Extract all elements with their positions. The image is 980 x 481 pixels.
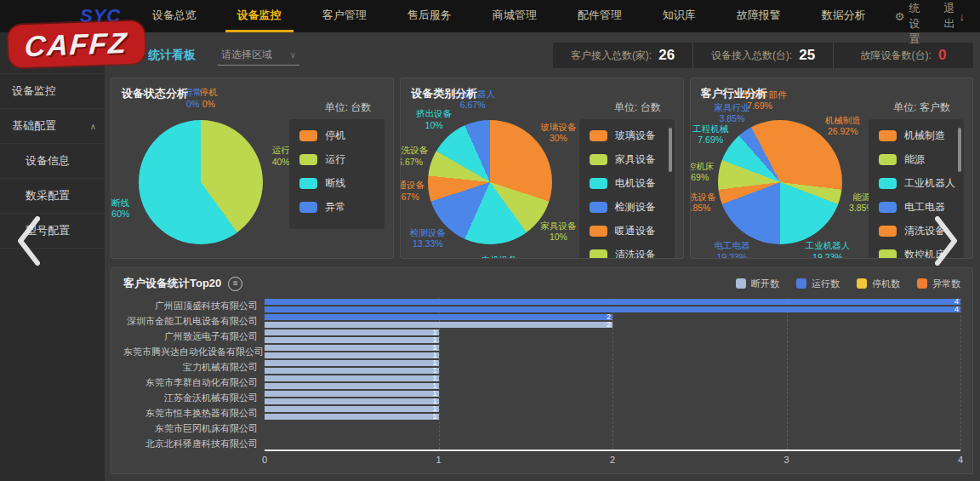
pie-slice-percent: 6.67% — [400, 156, 428, 167]
sidebar-item-label: 设备信息 — [26, 153, 70, 169]
bar-row-label: 东莞市恒丰换热器有限公司 — [123, 405, 265, 421]
bar[interactable]: 1 — [265, 391, 439, 397]
sidebar-item-label: 基础配置 — [12, 118, 56, 134]
pie-slice-label: 工程机械7.69% — [692, 123, 728, 146]
legend-item[interactable]: 检测设备 — [590, 200, 664, 215]
carousel-prev-button[interactable] — [14, 215, 44, 271]
pie-slice-name: 暖通设备 — [400, 180, 424, 191]
nav-item[interactable]: 设备总览 — [140, 0, 208, 32]
legend-swatch — [299, 178, 317, 189]
legend-item[interactable]: 断线 — [299, 176, 374, 191]
logout-button[interactable]: 退出 ↓ — [944, 1, 966, 31]
pie-chart[interactable] — [139, 120, 263, 244]
nav-item[interactable]: 商城管理 — [481, 0, 549, 32]
bar[interactable]: 1 — [265, 414, 439, 420]
bar[interactable]: 1 — [265, 383, 439, 389]
legend-item[interactable]: 能源 — [879, 152, 954, 167]
bar-legend-item[interactable]: 异常数 — [917, 278, 960, 290]
bar-row — [265, 421, 960, 436]
legend-swatch — [879, 178, 897, 189]
pie-slice-percent: 7.69% — [690, 172, 715, 183]
bar[interactable]: 2 — [265, 314, 612, 320]
sidebar-item[interactable]: 设备信息 — [0, 144, 105, 179]
pie-slice-percent: 26.92% — [825, 126, 861, 137]
legend-item[interactable]: 运行 — [299, 152, 374, 167]
bar[interactable]: 1 — [265, 329, 439, 335]
legend-swatch — [299, 154, 317, 165]
legend-item[interactable]: 家具设备 — [590, 152, 664, 167]
legend-item[interactable]: 机械制造 — [879, 129, 954, 143]
bar-legend-item[interactable]: 运行数 — [796, 278, 840, 290]
bar[interactable]: 4 — [265, 299, 960, 305]
nav-item[interactable]: 故障报警 — [725, 0, 793, 32]
bar-legend-label: 异常数 — [932, 278, 960, 290]
bar[interactable]: 1 — [265, 352, 439, 358]
pie-chart[interactable] — [718, 120, 842, 244]
bar[interactable]: 1 — [265, 345, 439, 351]
bar-row: 44 — [265, 298, 960, 313]
pie-slice-label: 电机设备16.66% — [481, 255, 517, 259]
bar[interactable]: 1 — [265, 398, 439, 404]
pie-slice-name: 家具设备 — [540, 220, 576, 232]
pie-slice-name: 工业机器人 — [806, 240, 851, 251]
bar[interactable]: 1 — [265, 406, 439, 412]
bar-legend-label: 停机数 — [872, 278, 900, 290]
bar[interactable]: 1 — [265, 368, 439, 374]
logout-arrow-icon: ↓ — [960, 10, 966, 23]
region-select-placeholder: 请选择区域 — [221, 48, 272, 62]
bar-legend-item[interactable]: 停机数 — [857, 278, 900, 290]
list-icon[interactable]: ≡ — [228, 277, 242, 291]
sidebar-item[interactable]: 基础配置∧ — [0, 109, 105, 144]
legend-item[interactable]: 电工电器 — [879, 200, 954, 215]
top-nav: SYC 设备总览设备监控客户管理售后服务商城管理配件管理知识库故障报警数据分析 … — [0, 0, 980, 32]
pie-slice-percent: 40% — [272, 156, 290, 167]
bar[interactable]: 1 — [265, 337, 439, 343]
pie-slice-label: 挤出设备10% — [416, 108, 452, 130]
legend-item[interactable]: 暖通设备 — [590, 224, 664, 238]
legend-label: 电工电器 — [904, 200, 945, 215]
chevron-up-icon: ∧ — [90, 122, 96, 131]
nav-item[interactable]: 设备监控 — [225, 0, 293, 32]
nav-item[interactable]: 数据分析 — [810, 0, 878, 32]
pie-slice-name: 玻璃设备 — [540, 122, 576, 133]
region-select[interactable]: 请选择区域 ∨ — [218, 45, 299, 66]
nav-item[interactable]: 知识库 — [651, 0, 708, 32]
bar-legend-item[interactable]: 断开数 — [736, 278, 779, 290]
legend-item[interactable]: 工业机器人 — [879, 176, 954, 191]
bar-x-axis: 01234 — [265, 451, 960, 467]
carousel-next-button[interactable] — [931, 215, 961, 271]
legend-item[interactable]: 电机设备 — [590, 176, 664, 191]
pie-slice-percent: 19.23% — [714, 251, 749, 259]
legend-scrollbar[interactable] — [958, 128, 961, 172]
legend-swatch — [590, 202, 607, 213]
logout-label: 退出 — [944, 1, 955, 31]
pie-chart[interactable] — [428, 120, 552, 244]
legend-scrollbar[interactable] — [669, 128, 672, 172]
bar[interactable]: 2 — [265, 322, 612, 328]
unit-label: 单位: 台数 — [614, 100, 661, 115]
pie-slice-name: 电工电器 — [714, 240, 749, 251]
sidebar-item[interactable]: 设备监控 — [0, 74, 105, 109]
nav-item[interactable]: 售后服务 — [396, 0, 464, 32]
bar[interactable]: 4 — [265, 306, 960, 312]
legend-item[interactable]: 玻璃设备 — [590, 129, 664, 143]
sidebar-item[interactable]: 数采配置 — [0, 179, 105, 214]
panel-title: 设备类别分析 — [411, 86, 477, 101]
legend-item[interactable]: 异常 — [299, 200, 374, 215]
bar[interactable]: 1 — [265, 360, 439, 366]
pie-slice-label: 玻璃设备30% — [540, 122, 576, 144]
pie-slice-label: 数控机床7.69% — [690, 161, 715, 183]
chevron-left-icon — [14, 215, 44, 267]
pie-slice-percent: 30% — [540, 133, 576, 144]
stat-value: 26 — [658, 47, 675, 64]
nav-item[interactable]: 配件管理 — [566, 0, 634, 32]
legend-swatch — [590, 178, 607, 189]
bar[interactable]: 1 — [265, 375, 439, 381]
system-settings-button[interactable]: ⚙ 系统设置 — [895, 0, 920, 47]
legend-item[interactable]: 停机 — [299, 129, 374, 143]
legend-item[interactable]: 清洗设备 — [590, 248, 664, 259]
bar-chart-panel: 客户设备统计Top20 ≡ 断开数运行数停机数异常数 广州固顶盛科技有限公司深圳… — [111, 267, 973, 474]
x-tick-label: 4 — [958, 455, 963, 465]
nav-item[interactable]: 客户管理 — [311, 0, 379, 32]
unit-label: 单位: 台数 — [325, 100, 372, 115]
